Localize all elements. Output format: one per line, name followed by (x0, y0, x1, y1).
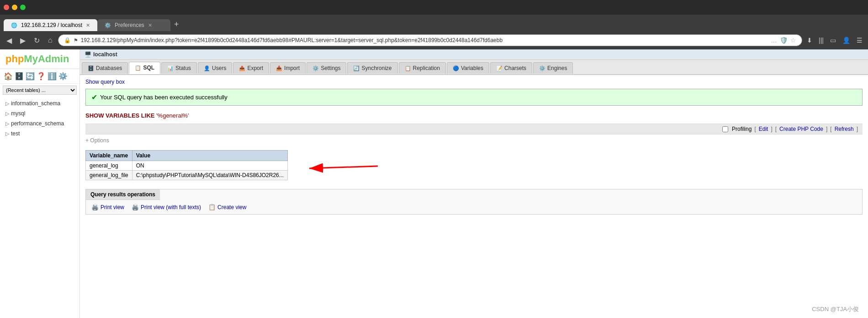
options-toggle-btn[interactable]: + Options (85, 137, 109, 144)
logo-myadmin: MyAdmin (24, 53, 69, 65)
refresh-sidebar-icon[interactable]: 🔄 (26, 72, 35, 81)
db-sidebar-icon[interactable]: 🗄️ (15, 72, 24, 81)
sidebar-db-mysql[interactable]: ▷ mysql (0, 108, 79, 119)
info-sidebar-icon[interactable]: ℹ️ (48, 72, 57, 81)
main-content: 🖥️ localhost 🗄️ Databases 📋 SQL 📊 Status… (80, 49, 868, 318)
sidebar-db-information-schema[interactable]: ▷ information_schema (0, 98, 79, 108)
create-view-icon: 📋 (208, 204, 216, 210)
print-icon: 🖨️ (91, 204, 99, 210)
csdn-watermark: CSDN @TJA小俊 (812, 305, 859, 313)
tab-close-btn[interactable]: ✕ (86, 22, 90, 28)
tab-charsets[interactable]: 📝 Charsets (490, 62, 532, 74)
success-icon: ✔ (91, 93, 97, 102)
tab-variables[interactable]: 🔵 Variables (447, 62, 489, 74)
logo-php: php (5, 53, 24, 65)
print-view-link[interactable]: 🖨️ Print view (91, 204, 124, 210)
success-text: Your SQL query has been executed success… (100, 94, 228, 101)
sidebar-db-test[interactable]: ▷ test (0, 129, 79, 139)
sidebar-db-performance-schema[interactable]: ▷ performance_schema (0, 119, 79, 129)
print-view-full-link[interactable]: 🖨️ Print view (with full texts) (132, 204, 201, 210)
home-sidebar-icon[interactable]: 🏠 (4, 72, 13, 81)
recent-tables-select[interactable]: (Recent tables) ... (3, 86, 77, 95)
reload-btn[interactable]: ↻ (31, 34, 42, 47)
profiling-label: Profiling (732, 126, 752, 132)
tab-synchronize[interactable]: 🔄 Synchronize (347, 62, 397, 74)
breadcrumb-server: localhost (93, 51, 117, 58)
export-tab-icon: 📤 (239, 65, 245, 71)
print-full-icon: 🖨️ (132, 204, 139, 210)
cell-var-name-1: general_log (86, 161, 132, 171)
result-table-wrapper: Variable_name Value general_log ON gener… (85, 150, 288, 180)
db-icon: ▷ (5, 111, 9, 117)
home-btn[interactable]: ⌂ (45, 34, 55, 46)
sidebar-recent: (Recent tables) ... (0, 84, 79, 97)
back-btn[interactable]: ◀ (4, 34, 15, 47)
tab-bar: 🌐 192.168.2.129 / localhost ✕ ⚙️ Prefere… (0, 15, 868, 31)
settings-sidebar-icon[interactable]: ⚙️ (58, 72, 68, 81)
users-tab-icon: 👤 (204, 65, 210, 71)
tab-replication[interactable]: 📋 Replication (399, 62, 446, 74)
db-name: information_schema (11, 100, 60, 107)
databases-tab-icon: 🗄️ (88, 65, 94, 71)
charsets-tab-icon: 📝 (496, 65, 503, 71)
tab-status[interactable]: 📊 Status (161, 62, 197, 74)
help-sidebar-icon[interactable]: ❓ (37, 72, 46, 81)
pma-logo: phpMyAdmin (0, 49, 79, 69)
table-row: general_log_file C:\phpstudy\PHPTutorial… (86, 171, 288, 180)
engines-tab-icon: ⚙️ (539, 65, 545, 71)
page-layout: phpMyAdmin 🏠 🗄️ 🔄 ❓ ℹ️ ⚙️ (Recent tables… (0, 49, 868, 318)
inactive-browser-tab[interactable]: ⚙️ Preferences ✕ (97, 19, 170, 31)
cell-var-name-2: general_log_file (86, 171, 132, 180)
show-query-box-link[interactable]: Show query box (85, 79, 125, 85)
tab-users[interactable]: 👤 Users (198, 62, 232, 74)
query-results-operations-title: Query results operations (86, 189, 160, 200)
inactive-tab-close-btn[interactable]: ✕ (148, 22, 152, 28)
col-header-variable-name: Variable_name (86, 151, 132, 161)
tab-variables-label: Variables (461, 65, 483, 71)
result-table: Variable_name Value general_log ON gener… (85, 150, 288, 180)
server-icon: 🖥️ (85, 51, 91, 58)
tab-settings[interactable]: ⚙️ Settings (307, 62, 346, 74)
import-tab-icon: 📥 (276, 65, 282, 71)
new-tab-btn[interactable]: + (170, 18, 183, 31)
profiling-checkbox[interactable] (722, 126, 728, 132)
create-php-code-link[interactable]: Create PHP Code (779, 126, 823, 132)
print-view-label: Print view (101, 204, 124, 210)
browser-chrome (0, 0, 868, 15)
db-name: test (11, 130, 20, 137)
profiling-bar: Profiling [ Edit ] [ Create PHP Code ] [… (85, 124, 863, 135)
sql-keyword-like: LIKE (141, 112, 155, 119)
lock-icon: 🔒 (64, 37, 71, 43)
refresh-link[interactable]: Refresh (835, 126, 854, 132)
db-icon: ▷ (5, 131, 9, 137)
tab-sql-label: SQL (143, 65, 154, 71)
windows-icon[interactable]: ▭ (828, 35, 838, 46)
cell-value-1: ON (132, 161, 287, 171)
tab-charsets-label: Charsets (504, 65, 526, 71)
tab-sql[interactable]: 📋 SQL (129, 62, 160, 74)
sql-display: SHOW VARIABLES LIKE '%general%' (85, 110, 863, 121)
profile-icon[interactable]: 👤 (841, 35, 852, 46)
tab-engines[interactable]: ⚙️ Engines (533, 62, 573, 74)
tab-databases-label: Databases (96, 65, 122, 71)
url-bar[interactable]: 🔒 ⚑ 192.168.2.129/phpMyAdmin/index.php?t… (58, 34, 802, 46)
active-browser-tab[interactable]: 🌐 192.168.2.129 / localhost ✕ (4, 19, 97, 31)
tab-settings-label: Settings (321, 65, 340, 71)
menu-icon[interactable]: ☰ (855, 35, 864, 46)
sync-tab-icon: 🔄 (353, 65, 360, 71)
tab-sync-label: Synchronize (361, 65, 392, 71)
sidebar-db-list: ▷ information_schema ▷ mysql ▷ performan… (0, 97, 79, 140)
tab-import[interactable]: 📥 Import (270, 62, 306, 74)
tab-export[interactable]: 📤 Export (233, 62, 269, 74)
profiling-edit-link[interactable]: Edit (759, 126, 768, 132)
tab-databases[interactable]: 🗄️ Databases (82, 62, 128, 74)
success-message: ✔ Your SQL query has been executed succe… (85, 89, 863, 106)
nav-bar: ◀ ▶ ↻ ⌂ 🔒 ⚑ 192.168.2.129/phpMyAdmin/ind… (0, 31, 868, 49)
variables-tab-icon: 🔵 (453, 65, 459, 71)
svg-line-1 (309, 166, 378, 168)
forward-btn[interactable]: ▶ (17, 34, 28, 47)
create-view-link[interactable]: 📋 Create view (208, 204, 246, 210)
bookmarks-icon[interactable]: ||| (817, 35, 826, 46)
downloads-icon[interactable]: ⬇ (805, 35, 814, 46)
inactive-tab-label: Preferences (115, 22, 144, 28)
